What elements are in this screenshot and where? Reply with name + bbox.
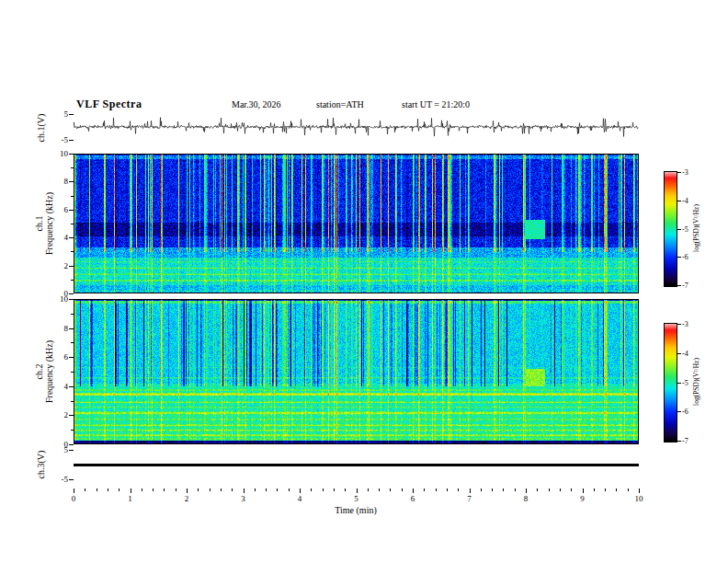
tick-mark [447, 488, 448, 491]
x-tick-label: 3 [236, 494, 251, 503]
tick-mark [605, 488, 606, 491]
ch1-freq-axis-label: ch.1Frequency (kHz) [34, 192, 54, 255]
ch1-volt-tick-label: -5 [46, 135, 68, 144]
header-start-ut: start UT = 21:20:0 [402, 99, 470, 109]
tick-mark [69, 328, 74, 329]
tick-mark [537, 488, 538, 491]
tick-mark [69, 299, 74, 300]
colorbar-ch2 [664, 323, 677, 442]
ch1-spectrogram [74, 154, 639, 293]
ch1-volt-tick-label: 5 [46, 109, 68, 119]
tick-mark [97, 488, 97, 491]
tick-mark [69, 237, 74, 238]
tick-mark [69, 444, 74, 445]
ch1-freq-tick-label: 2 [46, 261, 68, 270]
tick-mark [677, 229, 681, 230]
tick-mark [187, 488, 188, 493]
ch1-freq-tick-label: 4 [46, 233, 68, 242]
tick-mark [677, 257, 681, 258]
tick-mark [323, 488, 324, 491]
tick-mark [458, 488, 459, 491]
colorbar-tick-label: -7 [682, 282, 699, 290]
colorbar-tick-label: -6 [682, 253, 699, 261]
tick-mark [345, 488, 346, 491]
x-tick-label: 6 [405, 494, 420, 503]
tick-mark [176, 488, 176, 491]
tick-mark [71, 196, 74, 197]
tick-mark [277, 488, 278, 491]
header-station: station=ATH [316, 99, 364, 109]
ch2-freq-axis-label-line1: ch.2 [34, 340, 44, 403]
x-tick-label: 2 [179, 494, 194, 503]
tick-mark [583, 488, 584, 493]
tick-mark [677, 411, 681, 412]
ch2-freq-tick-label: 6 [46, 352, 68, 362]
tick-mark [69, 210, 74, 211]
tick-mark [244, 488, 245, 493]
tick-mark [69, 415, 74, 416]
tick-mark [71, 224, 74, 224]
x-tick-label: 4 [292, 494, 307, 503]
tick-mark [232, 488, 233, 491]
tick-mark [677, 172, 681, 173]
tick-mark [69, 140, 74, 141]
ch2-freq-axis-label: ch.2Frequency (kHz) [34, 340, 54, 403]
ch2-freq-tick-label: 8 [46, 324, 68, 333]
figure-title: VLF Spectra [76, 98, 142, 111]
colorbar-tick-label: -4 [682, 197, 699, 205]
ch3-volt-tick-label: 5 [46, 445, 68, 454]
tick-mark [639, 488, 640, 493]
tick-mark [413, 488, 414, 493]
tick-mark [594, 488, 595, 491]
tick-mark [616, 488, 617, 491]
tick-mark [379, 488, 380, 491]
tick-mark [628, 488, 629, 491]
tick-mark [266, 488, 267, 491]
x-tick-label: 10 [631, 494, 646, 503]
ch1-freq-axis-label-line1: ch.1 [34, 192, 44, 255]
tick-mark [69, 479, 74, 480]
tick-mark [74, 488, 74, 493]
tick-mark [289, 488, 290, 491]
ch1-volt-axis-label: ch.1(V) [36, 114, 46, 143]
header-date: Mar.30, 2026 [232, 99, 281, 109]
x-tick-label: 5 [349, 494, 364, 503]
tick-mark [69, 154, 74, 155]
tick-mark [71, 372, 74, 373]
tick-mark [71, 280, 74, 281]
tick-mark [71, 342, 74, 343]
tick-mark [71, 401, 74, 402]
tick-mark [677, 201, 681, 201]
colorbar-tick-label: -4 [682, 350, 699, 358]
colorbar-tick-label: -6 [682, 408, 699, 416]
tick-mark [390, 488, 391, 491]
ch1-freq-tick-label: 10 [46, 149, 68, 158]
tick-mark [69, 114, 74, 115]
tick-mark [131, 488, 131, 493]
tick-mark [198, 488, 199, 491]
tick-mark [255, 488, 256, 491]
tick-mark [71, 251, 74, 252]
tick-mark [560, 488, 561, 491]
tick-mark [571, 488, 572, 491]
time-axis-label: Time (min) [310, 505, 402, 515]
ch1-freq-tick-label: 8 [46, 177, 68, 186]
ch1-freq-axis-label-line2: Frequency (kHz) [44, 192, 54, 255]
tick-mark [71, 314, 74, 315]
ch2-freq-axis-label-line2: Frequency (kHz) [44, 340, 54, 403]
tick-mark [515, 488, 516, 491]
tick-mark [677, 324, 681, 325]
tick-mark [526, 488, 527, 493]
tick-mark [153, 488, 154, 491]
tick-mark [368, 488, 369, 491]
tick-mark [402, 488, 403, 491]
colorbar-tick-label: -5 [682, 225, 699, 234]
tick-mark [69, 293, 74, 294]
tick-mark [69, 386, 74, 387]
tick-mark [436, 488, 437, 491]
tick-mark [210, 488, 210, 491]
ch2-freq-tick-label: 10 [46, 294, 68, 304]
ch2-freq-tick-label: 2 [46, 410, 68, 419]
colorbar-tick-label: -3 [682, 168, 699, 177]
tick-mark [311, 488, 312, 491]
